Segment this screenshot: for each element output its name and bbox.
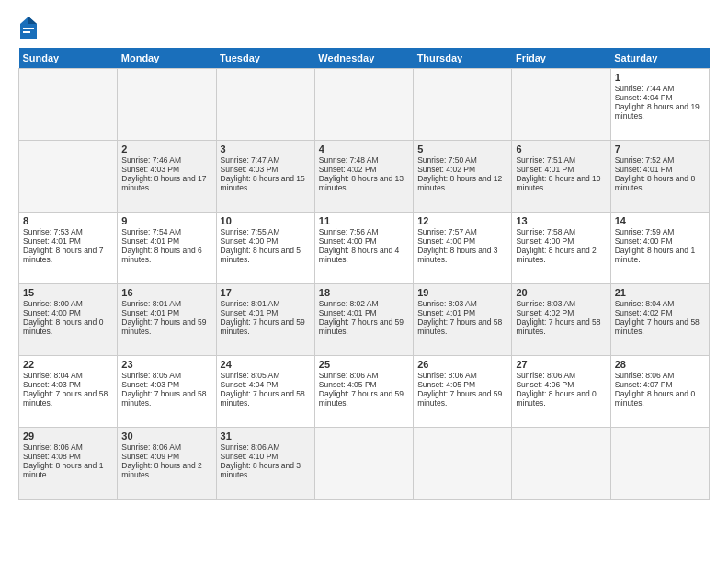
calendar-body: 1Sunrise: 7:44 AMSunset: 4:04 PMDaylight… [19, 69, 710, 500]
calendar-cell-day-22: 22Sunrise: 8:04 AMSunset: 4:03 PMDayligh… [19, 356, 118, 428]
calendar-cell-day-31: 31Sunrise: 8:06 AMSunset: 4:10 PMDayligh… [216, 428, 314, 500]
calendar-cell-day-5: 5Sunrise: 7:50 AMSunset: 4:02 PMDaylight… [414, 141, 512, 213]
calendar-cell-empty [414, 428, 512, 500]
calendar-cell-empty [414, 69, 512, 141]
calendar-row-week5: 22Sunrise: 8:04 AMSunset: 4:03 PMDayligh… [19, 356, 710, 428]
calendar-cell-day-17: 17Sunrise: 8:01 AMSunset: 4:01 PMDayligh… [216, 284, 314, 356]
svg-rect-2 [23, 28, 34, 29]
calendar-cell-empty [610, 428, 709, 500]
calendar-cell-day-26: 26Sunrise: 8:06 AMSunset: 4:05 PMDayligh… [414, 356, 512, 428]
calendar-cell-day-25: 25Sunrise: 8:06 AMSunset: 4:05 PMDayligh… [314, 356, 413, 428]
calendar-cell-day-15: 15Sunrise: 8:00 AMSunset: 4:00 PMDayligh… [19, 284, 118, 356]
calendar-cell-day-29: 29Sunrise: 8:06 AMSunset: 4:08 PMDayligh… [19, 428, 118, 500]
calendar-cell-empty [216, 69, 314, 141]
calendar-cell-empty [314, 69, 413, 141]
calendar-row-week4: 15Sunrise: 8:00 AMSunset: 4:00 PMDayligh… [19, 284, 710, 356]
calendar-cell-day-10: 10Sunrise: 7:55 AMSunset: 4:00 PMDayligh… [216, 213, 314, 284]
calendar-cell-day-11: 11Sunrise: 7:56 AMSunset: 4:00 PMDayligh… [314, 213, 413, 284]
calendar-header-wednesday: Wednesday [314, 48, 413, 69]
calendar-header-monday: Monday [118, 48, 216, 69]
calendar-header-thursday: Thursday [414, 48, 512, 69]
logo [18, 15, 41, 40]
calendar-header-sunday: Sunday [19, 48, 118, 69]
calendar-table: SundayMondayTuesdayWednesdayThursdayFrid… [18, 48, 710, 500]
calendar-cell-day-23: 23Sunrise: 8:05 AMSunset: 4:03 PMDayligh… [118, 356, 216, 428]
calendar-cell-day-16: 16Sunrise: 8:01 AMSunset: 4:01 PMDayligh… [118, 284, 216, 356]
calendar-cell-day-6: 6Sunrise: 7:51 AMSunset: 4:01 PMDaylight… [512, 141, 610, 213]
calendar-header-tuesday: Tuesday [216, 48, 314, 69]
calendar-cell-empty [19, 141, 118, 213]
svg-rect-3 [23, 31, 30, 33]
calendar-row-week2: 2Sunrise: 7:46 AMSunset: 4:03 PMDaylight… [19, 141, 710, 213]
calendar-cell-day-30: 30Sunrise: 8:06 AMSunset: 4:09 PMDayligh… [118, 428, 216, 500]
calendar-cell-day-14: 14Sunrise: 7:59 AMSunset: 4:00 PMDayligh… [610, 213, 709, 284]
calendar-row-week6: 29Sunrise: 8:06 AMSunset: 4:08 PMDayligh… [19, 428, 710, 500]
calendar-header-saturday: Saturday [610, 48, 709, 69]
calendar-cell-empty [118, 69, 216, 141]
calendar-cell-day-3: 3Sunrise: 7:47 AMSunset: 4:03 PMDaylight… [216, 141, 314, 213]
svg-marker-1 [28, 17, 37, 24]
calendar-header-friday: Friday [512, 48, 610, 69]
calendar-cell-day-27: 27Sunrise: 8:06 AMSunset: 4:06 PMDayligh… [512, 356, 610, 428]
calendar-cell-day-13: 13Sunrise: 7:58 AMSunset: 4:00 PMDayligh… [512, 213, 610, 284]
calendar-cell-day-9: 9Sunrise: 7:54 AMSunset: 4:01 PMDaylight… [118, 213, 216, 284]
calendar-row-week1: 1Sunrise: 7:44 AMSunset: 4:04 PMDaylight… [19, 69, 710, 141]
calendar-cell-day-21: 21Sunrise: 8:04 AMSunset: 4:02 PMDayligh… [610, 284, 709, 356]
calendar-cell-day-1: 1Sunrise: 7:44 AMSunset: 4:04 PMDaylight… [610, 69, 709, 141]
calendar-cell-empty [512, 428, 610, 500]
calendar-cell-empty [512, 69, 610, 141]
calendar-cell-day-4: 4Sunrise: 7:48 AMSunset: 4:02 PMDaylight… [314, 141, 413, 213]
calendar-cell-day-7: 7Sunrise: 7:52 AMSunset: 4:01 PMDaylight… [610, 141, 709, 213]
calendar-cell-empty [19, 69, 118, 141]
calendar-cell-day-12: 12Sunrise: 7:57 AMSunset: 4:00 PMDayligh… [414, 213, 512, 284]
calendar-cell-day-19: 19Sunrise: 8:03 AMSunset: 4:01 PMDayligh… [414, 284, 512, 356]
calendar-header-row: SundayMondayTuesdayWednesdayThursdayFrid… [19, 48, 710, 69]
calendar-cell-empty [314, 428, 413, 500]
logo-icon [18, 15, 39, 40]
calendar-cell-day-20: 20Sunrise: 8:03 AMSunset: 4:02 PMDayligh… [512, 284, 610, 356]
calendar-cell-day-8: 8Sunrise: 7:53 AMSunset: 4:01 PMDaylight… [19, 213, 118, 284]
page-header [18, 15, 710, 40]
calendar-cell-day-18: 18Sunrise: 8:02 AMSunset: 4:01 PMDayligh… [314, 284, 413, 356]
calendar-cell-day-24: 24Sunrise: 8:05 AMSunset: 4:04 PMDayligh… [216, 356, 314, 428]
calendar-row-week3: 8Sunrise: 7:53 AMSunset: 4:01 PMDaylight… [19, 213, 710, 284]
calendar-cell-day-28: 28Sunrise: 8:06 AMSunset: 4:07 PMDayligh… [610, 356, 709, 428]
calendar-cell-day-2: 2Sunrise: 7:46 AMSunset: 4:03 PMDaylight… [118, 141, 216, 213]
